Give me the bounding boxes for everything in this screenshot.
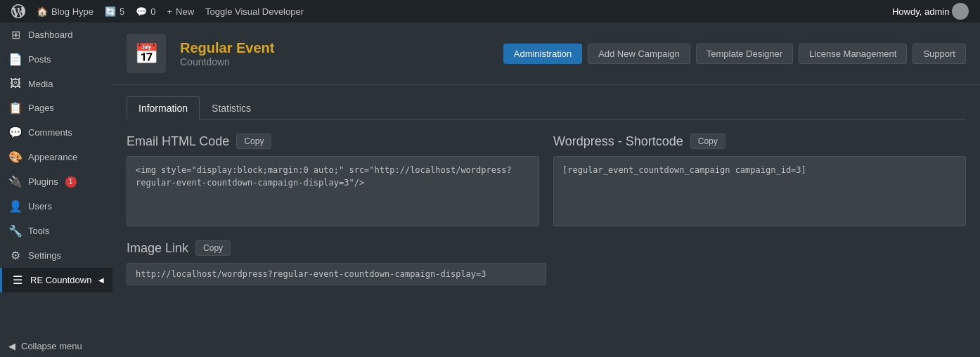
wp-logo[interactable] [6, 4, 31, 18]
image-link-title: Image Link [127, 241, 188, 256]
email-html-title-row: Email HTML Code Copy [127, 134, 539, 149]
wordpress-shortcode-section: Wordpress - Shortcode Copy [regular_even… [553, 134, 966, 226]
posts-icon: 📄 [8, 53, 22, 66]
settings-icon: ⚙ [8, 249, 22, 262]
avatar [952, 3, 969, 20]
collapse-menu-btn[interactable]: ◀ Collapse menu [0, 335, 112, 357]
pages-icon: 📋 [8, 101, 22, 115]
new-label: New [176, 6, 194, 17]
sidebar-item-label: Media [28, 79, 53, 89]
sidebar-item-label: Dashboard [28, 30, 73, 40]
plugins-icon: 🔌 [8, 175, 22, 188]
nav-btn-administration[interactable]: Administration [503, 44, 582, 64]
image-link-copy-btn[interactable]: Copy [195, 240, 231, 256]
nav-btn-license-management[interactable]: License Management [799, 44, 907, 64]
main-content: 📅 Regular Event Countdown Administration… [112, 22, 980, 357]
tools-icon: 🔧 [8, 224, 22, 238]
wp-icon [11, 4, 25, 18]
users-icon: 👤 [8, 200, 22, 213]
dashboard-icon: ⊞ [8, 28, 22, 41]
nav-btn-add-new-campaign[interactable]: Add New Campaign [588, 44, 690, 64]
email-html-section: Email HTML Code Copy <img style="display… [127, 134, 539, 226]
site-name-label: Blog Hype [51, 6, 94, 17]
sidebar-item-label: Tools [28, 226, 49, 236]
toggle-visual-developer-btn[interactable]: Toggle Visual Developer [200, 0, 309, 22]
appearance-icon: 🎨 [8, 150, 22, 164]
sections-grid: Email HTML Code Copy <img style="display… [127, 134, 966, 226]
sidebar-item-label: Appearance [28, 152, 77, 162]
updates-count: 5 [120, 6, 124, 17]
shortcode-copy-btn[interactable]: Copy [690, 134, 726, 149]
admin-bar: 🏠 Blog Hype 🔄 5 💬 0 + New Toggle Visual … [0, 0, 980, 22]
plugin-header: 📅 Regular Event Countdown Administration… [112, 22, 980, 85]
sidebar-item-label: Comments [28, 127, 72, 138]
image-link-title-row: Image Link Copy [127, 240, 966, 256]
shortcode-title: Wordpress - Shortcode [553, 134, 683, 149]
user-info: Howdy, admin [886, 3, 974, 20]
plugin-subtitle: Countdown [180, 56, 274, 67]
tab-statistics[interactable]: Statistics [200, 96, 263, 119]
tabs: Information Statistics [127, 96, 966, 119]
email-html-code: <img style="display:block;margin:0 auto;… [127, 156, 539, 226]
media-icon: 🖼 [8, 77, 22, 90]
shortcode-title-row: Wordpress - Shortcode Copy [553, 134, 966, 149]
sidebar-item-label: Plugins [28, 176, 58, 187]
sidebar-item-tools[interactable]: 🔧 Tools [0, 219, 112, 243]
sidebar-item-plugins[interactable]: 🔌 Plugins 1 [0, 169, 112, 194]
content-area: Information Statistics Email HTML Code C… [112, 85, 980, 297]
sidebar-item-dashboard[interactable]: ⊞ Dashboard [0, 22, 112, 47]
plugins-badge: 1 [65, 176, 77, 188]
collapse-icon: ◀ [8, 341, 15, 351]
sidebar-item-comments[interactable]: 💬 Comments [0, 120, 112, 145]
nav-btn-template-designer[interactable]: Template Designer [696, 44, 793, 64]
plugin-name: Regular Event [180, 40, 274, 56]
plugin-icon: 📅 [134, 42, 159, 65]
sidebar-item-posts[interactable]: 📄 Posts [0, 47, 112, 72]
sidebar-item-media[interactable]: 🖼 Media [0, 72, 112, 96]
plus-icon: + [167, 6, 172, 17]
sidebar-item-label: Settings [28, 250, 61, 261]
email-html-copy-btn[interactable]: Copy [236, 134, 271, 149]
collapse-label: Collapse menu [21, 341, 82, 351]
sidebar-item-re-countdown[interactable]: ☰ RE Countdown ◀ [0, 268, 112, 292]
site-name[interactable]: 🏠 Blog Hype [31, 0, 99, 22]
howdy-text: Howdy, admin [892, 6, 949, 17]
comments-icon: 💬 [8, 126, 22, 139]
sidebar: ⊞ Dashboard 📄 Posts 🖼 Media 📋 Pages 💬 Co… [0, 22, 112, 357]
comments-icon: 💬 [136, 6, 147, 17]
updates-btn[interactable]: 🔄 5 [99, 0, 130, 22]
plugin-nav: Administration Add New Campaign Template… [503, 44, 966, 64]
submenu-arrow: ◀ [98, 276, 104, 284]
updates-icon: 🔄 [105, 6, 116, 17]
sidebar-item-label: Pages [28, 103, 54, 113]
plugin-logo: 📅 [127, 34, 166, 73]
home-icon: 🏠 [37, 6, 48, 17]
sidebar-item-label: Users [28, 201, 52, 212]
shortcode-code: [regular_event_countdown_campaign campai… [553, 156, 966, 226]
sidebar-item-settings[interactable]: ⚙ Settings [0, 243, 112, 268]
image-link-url: http://localhost/wordpress?regular-event… [127, 263, 546, 285]
email-html-title: Email HTML Code [127, 134, 229, 149]
re-countdown-icon: ☰ [11, 273, 25, 287]
sidebar-item-users[interactable]: 👤 Users [0, 194, 112, 219]
sidebar-item-label: Posts [28, 54, 51, 65]
sidebar-item-pages[interactable]: 📋 Pages [0, 96, 112, 120]
comments-btn[interactable]: 💬 0 [130, 0, 161, 22]
image-link-section: Image Link Copy http://localhost/wordpre… [127, 240, 966, 285]
toggle-label: Toggle Visual Developer [205, 6, 304, 17]
plugin-title: Regular Event Countdown [180, 40, 274, 67]
sidebar-item-appearance[interactable]: 🎨 Appearance [0, 145, 112, 169]
nav-btn-support[interactable]: Support [913, 44, 966, 64]
new-btn[interactable]: + New [161, 0, 200, 22]
tab-information[interactable]: Information [127, 96, 200, 119]
comments-count: 0 [150, 6, 155, 17]
sidebar-item-label: RE Countdown [30, 275, 91, 285]
